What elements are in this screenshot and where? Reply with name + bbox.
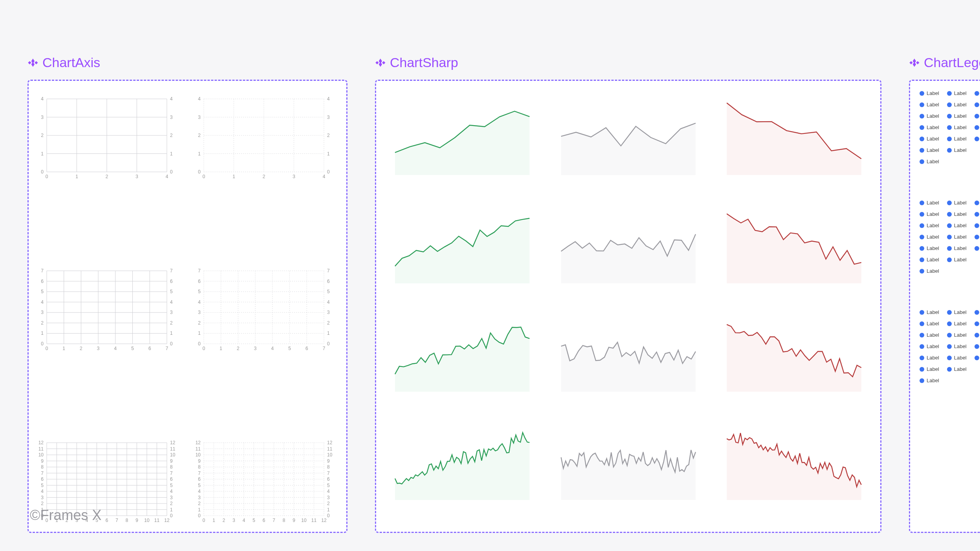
legend-item[interactable]: Label bbox=[920, 223, 939, 228]
legend-item[interactable]: Label bbox=[975, 223, 980, 228]
svg-text:3: 3 bbox=[232, 518, 235, 523]
legend-item[interactable]: Label bbox=[975, 113, 980, 119]
legend-item[interactable]: Label bbox=[975, 355, 980, 361]
chartlegend-frame: LabelLabelLabelLabelLabelLabelLabelLabel… bbox=[909, 80, 980, 533]
legend-item[interactable]: Label bbox=[947, 245, 967, 251]
legend-item[interactable]: Label bbox=[947, 321, 967, 327]
legend-item[interactable]: Label bbox=[975, 124, 980, 130]
svg-text:3: 3 bbox=[41, 310, 44, 315]
legend-item[interactable]: Label bbox=[975, 90, 980, 96]
svg-text:7: 7 bbox=[198, 471, 201, 476]
legend-item[interactable]: Label bbox=[920, 234, 939, 240]
legend-item[interactable]: Label bbox=[947, 234, 967, 240]
legend-item[interactable]: Label bbox=[947, 136, 967, 142]
legend-row: Label bbox=[920, 159, 980, 164]
svg-text:5: 5 bbox=[198, 483, 201, 488]
legend-item[interactable]: Label bbox=[920, 343, 939, 349]
svg-text:10: 10 bbox=[144, 518, 150, 523]
legend-item[interactable]: Label bbox=[920, 309, 939, 315]
legend-dot-icon bbox=[947, 114, 952, 119]
legend-item[interactable]: Label bbox=[947, 223, 967, 228]
legend-item[interactable]: Label bbox=[947, 332, 967, 338]
legend-item[interactable]: Label bbox=[920, 268, 939, 274]
svg-text:3: 3 bbox=[135, 174, 138, 179]
legend-item[interactable]: Label bbox=[920, 200, 939, 206]
legend-block-1: LabelLabelLabelLabelLabelLabelLabelLabel… bbox=[920, 90, 980, 164]
legend-item[interactable]: Label bbox=[947, 90, 967, 96]
legend-item[interactable]: Label bbox=[920, 136, 939, 142]
legend-item[interactable]: Label bbox=[947, 309, 967, 315]
legend-item[interactable]: Label bbox=[920, 147, 939, 153]
svg-text:8: 8 bbox=[170, 464, 173, 470]
legend-row: LabelLabelLabel bbox=[920, 136, 980, 142]
svg-text:5: 5 bbox=[41, 483, 44, 488]
legend-item[interactable]: Label bbox=[975, 245, 980, 251]
legend-item[interactable]: Label bbox=[920, 102, 939, 108]
legend-item[interactable]: Label bbox=[920, 257, 939, 263]
legend-item[interactable]: Label bbox=[947, 343, 967, 349]
legend-item[interactable]: Label bbox=[947, 366, 967, 372]
legend-item-label: Label bbox=[954, 223, 967, 228]
svg-text:4: 4 bbox=[198, 96, 201, 102]
legend-item[interactable]: Label bbox=[920, 124, 939, 130]
legend-dot-icon bbox=[920, 269, 924, 274]
legend-item[interactable]: Label bbox=[975, 321, 980, 327]
sharp-green-density-32 bbox=[395, 313, 530, 392]
svg-text:3: 3 bbox=[198, 310, 201, 315]
legend-item[interactable]: Label bbox=[920, 113, 939, 119]
legend-dot-icon bbox=[947, 125, 952, 130]
axis-grid-7-solid: 000111222333444555666777 bbox=[38, 262, 176, 363]
legend-item[interactable]: Label bbox=[975, 211, 980, 217]
legend-item[interactable]: Label bbox=[947, 102, 967, 108]
legend-item-label: Label bbox=[954, 147, 967, 153]
legend-item[interactable]: Label bbox=[920, 366, 939, 372]
legend-item[interactable]: Label bbox=[947, 355, 967, 361]
legend-item[interactable]: Label bbox=[920, 159, 939, 164]
svg-text:0: 0 bbox=[327, 341, 330, 347]
svg-text:4: 4 bbox=[41, 96, 44, 102]
svg-text:1: 1 bbox=[62, 346, 65, 351]
legend-item[interactable]: Label bbox=[920, 321, 939, 327]
svg-text:2: 2 bbox=[327, 320, 330, 326]
svg-text:7: 7 bbox=[170, 268, 173, 274]
legend-dot-icon bbox=[975, 212, 979, 217]
legend-item[interactable]: Label bbox=[920, 378, 939, 383]
legend-item[interactable]: Label bbox=[920, 355, 939, 361]
legend-item[interactable]: Label bbox=[920, 211, 939, 217]
legend-item[interactable]: Label bbox=[947, 211, 967, 217]
sharp-green-density-10 bbox=[395, 97, 530, 175]
legend-item[interactable]: Label bbox=[975, 102, 980, 108]
svg-text:3: 3 bbox=[198, 495, 201, 500]
legend-item-label: Label bbox=[927, 378, 939, 383]
legend-item[interactable]: Label bbox=[920, 332, 939, 338]
svg-text:7: 7 bbox=[115, 518, 118, 523]
svg-text:0: 0 bbox=[170, 341, 173, 347]
legend-row: LabelLabel bbox=[920, 147, 980, 153]
sharp-grey-density-60 bbox=[561, 421, 696, 500]
svg-text:1: 1 bbox=[170, 151, 173, 157]
legend-item[interactable]: Label bbox=[975, 234, 980, 240]
svg-text:7: 7 bbox=[323, 346, 325, 351]
svg-text:6: 6 bbox=[170, 476, 173, 482]
legend-item[interactable]: Label bbox=[947, 200, 967, 206]
legend-item-label: Label bbox=[927, 332, 939, 338]
legend-item-label: Label bbox=[954, 124, 967, 130]
legend-item[interactable]: Label bbox=[975, 309, 980, 315]
svg-text:2: 2 bbox=[41, 320, 44, 326]
legend-item-label: Label bbox=[927, 234, 939, 240]
legend-item[interactable]: Label bbox=[947, 257, 967, 263]
svg-text:11: 11 bbox=[311, 518, 317, 523]
legend-item[interactable]: Label bbox=[920, 90, 939, 96]
legend-item[interactable]: Label bbox=[975, 332, 980, 338]
legend-item[interactable]: Label bbox=[920, 245, 939, 251]
legend-item-label: Label bbox=[954, 366, 967, 372]
legend-item-label: Label bbox=[927, 223, 939, 228]
legend-dot-icon bbox=[975, 310, 979, 315]
legend-item[interactable]: Label bbox=[975, 343, 980, 349]
legend-item[interactable]: Label bbox=[947, 124, 967, 130]
legend-item[interactable]: Label bbox=[947, 113, 967, 119]
legend-dot-icon bbox=[947, 257, 952, 262]
legend-item[interactable]: Label bbox=[975, 136, 980, 142]
legend-item[interactable]: Label bbox=[947, 147, 967, 153]
legend-item[interactable]: Label bbox=[975, 200, 980, 206]
